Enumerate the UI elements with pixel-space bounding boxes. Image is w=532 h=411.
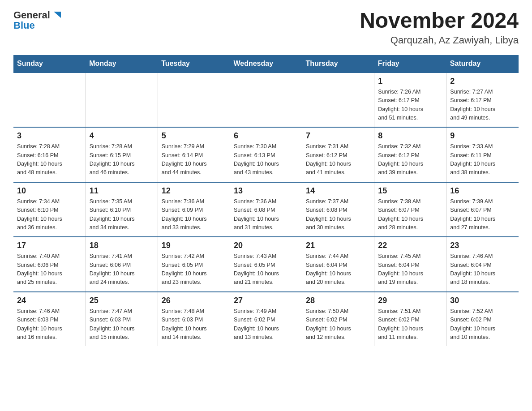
calendar-cell: 3Sunrise: 7:28 AM Sunset: 6:16 PM Daylig… (13, 127, 86, 182)
day-info: Sunrise: 7:40 AM Sunset: 6:06 PM Dayligh… (17, 252, 82, 287)
day-info: Sunrise: 7:41 AM Sunset: 6:06 PM Dayligh… (90, 252, 154, 287)
day-info: Sunrise: 7:47 AM Sunset: 6:03 PM Dayligh… (90, 307, 154, 342)
calendar-cell: 25Sunrise: 7:47 AM Sunset: 6:03 PM Dayli… (86, 292, 158, 347)
day-of-week-header: Wednesday (230, 55, 302, 73)
calendar-cell (230, 73, 302, 128)
day-info: Sunrise: 7:52 AM Sunset: 6:02 PM Dayligh… (450, 307, 515, 342)
day-number: 30 (450, 296, 515, 305)
calendar-cell: 11Sunrise: 7:35 AM Sunset: 6:10 PM Dayli… (86, 182, 158, 237)
day-info: Sunrise: 7:48 AM Sunset: 6:03 PM Dayligh… (162, 307, 226, 342)
day-number: 4 (90, 131, 154, 141)
calendar-cell: 5Sunrise: 7:29 AM Sunset: 6:14 PM Daylig… (158, 127, 230, 182)
day-info: Sunrise: 7:26 AM Sunset: 6:17 PM Dayligh… (378, 88, 442, 123)
calendar-cell: 9Sunrise: 7:33 AM Sunset: 6:11 PM Daylig… (446, 127, 519, 182)
day-of-week-header: Saturday (446, 55, 519, 73)
calendar-cell: 4Sunrise: 7:28 AM Sunset: 6:15 PM Daylig… (86, 127, 158, 182)
calendar-cell: 12Sunrise: 7:36 AM Sunset: 6:09 PM Dayli… (158, 182, 230, 237)
calendar-cell: 23Sunrise: 7:46 AM Sunset: 6:04 PM Dayli… (446, 237, 519, 292)
calendar-week-row: 10Sunrise: 7:34 AM Sunset: 6:10 PM Dayli… (13, 182, 519, 237)
day-number: 11 (90, 186, 154, 196)
day-info: Sunrise: 7:49 AM Sunset: 6:02 PM Dayligh… (234, 307, 298, 342)
logo-icon (51, 9, 64, 21)
calendar-cell: 2Sunrise: 7:27 AM Sunset: 6:17 PM Daylig… (446, 73, 519, 128)
day-of-week-header: Monday (86, 55, 158, 73)
day-number: 22 (378, 241, 442, 250)
day-number: 7 (306, 131, 370, 141)
day-info: Sunrise: 7:50 AM Sunset: 6:02 PM Dayligh… (306, 307, 370, 342)
day-info: Sunrise: 7:51 AM Sunset: 6:02 PM Dayligh… (378, 307, 442, 342)
day-number: 3 (17, 131, 82, 141)
calendar-week-row: 24Sunrise: 7:46 AM Sunset: 6:03 PM Dayli… (13, 292, 519, 347)
logo-blue: Blue (13, 20, 35, 31)
day-number: 26 (162, 296, 226, 305)
calendar-cell: 30Sunrise: 7:52 AM Sunset: 6:02 PM Dayli… (446, 292, 519, 347)
day-info: Sunrise: 7:37 AM Sunset: 6:08 PM Dayligh… (306, 197, 370, 232)
calendar-week-row: 1Sunrise: 7:26 AM Sunset: 6:17 PM Daylig… (13, 73, 519, 128)
logo: General Blue (13, 9, 64, 31)
day-number: 21 (306, 241, 370, 250)
svg-marker-0 (54, 12, 61, 18)
calendar-table: SundayMondayTuesdayWednesdayThursdayFrid… (13, 55, 519, 347)
day-of-week-header: Tuesday (158, 55, 230, 73)
day-number: 10 (17, 186, 82, 196)
day-number: 20 (234, 241, 298, 250)
day-number: 28 (306, 296, 370, 305)
calendar-cell: 18Sunrise: 7:41 AM Sunset: 6:06 PM Dayli… (86, 237, 158, 292)
day-number: 17 (17, 241, 82, 250)
day-info: Sunrise: 7:38 AM Sunset: 6:07 PM Dayligh… (378, 197, 442, 232)
day-of-week-header: Thursday (302, 55, 374, 73)
day-info: Sunrise: 7:46 AM Sunset: 6:04 PM Dayligh… (450, 252, 515, 287)
calendar-cell: 10Sunrise: 7:34 AM Sunset: 6:10 PM Dayli… (13, 182, 86, 237)
day-number: 1 (378, 77, 442, 86)
day-info: Sunrise: 7:46 AM Sunset: 6:03 PM Dayligh… (17, 307, 82, 342)
calendar-cell (158, 73, 230, 128)
day-info: Sunrise: 7:39 AM Sunset: 6:07 PM Dayligh… (450, 197, 515, 232)
calendar-header-row: SundayMondayTuesdayWednesdayThursdayFrid… (13, 55, 519, 73)
day-number: 16 (450, 186, 515, 196)
calendar-cell: 16Sunrise: 7:39 AM Sunset: 6:07 PM Dayli… (446, 182, 519, 237)
calendar-cell: 8Sunrise: 7:32 AM Sunset: 6:12 PM Daylig… (374, 127, 446, 182)
calendar-cell: 14Sunrise: 7:37 AM Sunset: 6:08 PM Dayli… (302, 182, 374, 237)
calendar-cell: 27Sunrise: 7:49 AM Sunset: 6:02 PM Dayli… (230, 292, 302, 347)
day-number: 24 (17, 296, 82, 305)
day-info: Sunrise: 7:31 AM Sunset: 6:12 PM Dayligh… (306, 142, 370, 177)
calendar-week-row: 3Sunrise: 7:28 AM Sunset: 6:16 PM Daylig… (13, 127, 519, 182)
day-number: 18 (90, 241, 154, 250)
calendar-cell: 7Sunrise: 7:31 AM Sunset: 6:12 PM Daylig… (302, 127, 374, 182)
calendar-cell (302, 73, 374, 128)
calendar-cell: 15Sunrise: 7:38 AM Sunset: 6:07 PM Dayli… (374, 182, 446, 237)
calendar-cell: 13Sunrise: 7:36 AM Sunset: 6:08 PM Dayli… (230, 182, 302, 237)
day-number: 19 (162, 241, 226, 250)
day-info: Sunrise: 7:30 AM Sunset: 6:13 PM Dayligh… (234, 142, 298, 177)
day-number: 23 (450, 241, 515, 250)
day-info: Sunrise: 7:28 AM Sunset: 6:16 PM Dayligh… (17, 142, 82, 177)
day-info: Sunrise: 7:33 AM Sunset: 6:11 PM Dayligh… (450, 142, 515, 177)
calendar-cell: 28Sunrise: 7:50 AM Sunset: 6:02 PM Dayli… (302, 292, 374, 347)
calendar-cell: 19Sunrise: 7:42 AM Sunset: 6:05 PM Dayli… (158, 237, 230, 292)
day-number: 9 (450, 131, 515, 141)
day-info: Sunrise: 7:34 AM Sunset: 6:10 PM Dayligh… (17, 197, 82, 232)
calendar-cell (13, 73, 86, 128)
day-info: Sunrise: 7:45 AM Sunset: 6:04 PM Dayligh… (378, 252, 442, 287)
day-info: Sunrise: 7:35 AM Sunset: 6:10 PM Dayligh… (90, 197, 154, 232)
day-number: 13 (234, 186, 298, 196)
calendar-week-row: 17Sunrise: 7:40 AM Sunset: 6:06 PM Dayli… (13, 237, 519, 292)
calendar-cell (86, 73, 158, 128)
calendar-cell: 6Sunrise: 7:30 AM Sunset: 6:13 PM Daylig… (230, 127, 302, 182)
day-number: 14 (306, 186, 370, 196)
day-info: Sunrise: 7:36 AM Sunset: 6:08 PM Dayligh… (234, 197, 298, 232)
day-info: Sunrise: 7:28 AM Sunset: 6:15 PM Dayligh… (90, 142, 154, 177)
day-number: 15 (378, 186, 442, 196)
calendar-cell: 1Sunrise: 7:26 AM Sunset: 6:17 PM Daylig… (374, 73, 446, 128)
day-number: 12 (162, 186, 226, 196)
day-number: 27 (234, 296, 298, 305)
calendar-cell: 24Sunrise: 7:46 AM Sunset: 6:03 PM Dayli… (13, 292, 86, 347)
day-of-week-header: Sunday (13, 55, 86, 73)
calendar-cell: 21Sunrise: 7:44 AM Sunset: 6:04 PM Dayli… (302, 237, 374, 292)
page-header: General Blue November 2024 Qarquzah, Az … (13, 9, 519, 46)
calendar-cell: 29Sunrise: 7:51 AM Sunset: 6:02 PM Dayli… (374, 292, 446, 347)
day-info: Sunrise: 7:43 AM Sunset: 6:05 PM Dayligh… (234, 252, 298, 287)
calendar-cell: 22Sunrise: 7:45 AM Sunset: 6:04 PM Dayli… (374, 237, 446, 292)
calendar-cell: 26Sunrise: 7:48 AM Sunset: 6:03 PM Dayli… (158, 292, 230, 347)
day-number: 8 (378, 131, 442, 141)
